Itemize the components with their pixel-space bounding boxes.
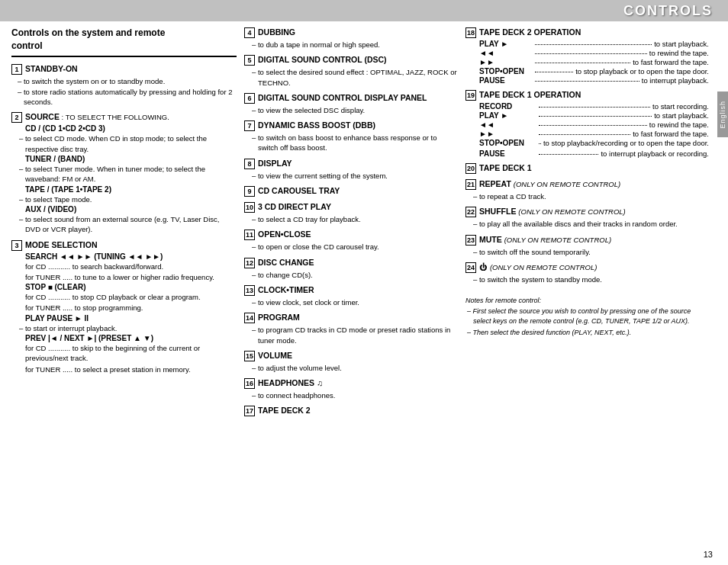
item-title-10: 3 CD DIRECT PLAY [258,202,331,211]
clock-desc: to view clock, set clock or timer. [244,297,458,307]
item-title-7: DYNAMIC BASS BOOST (DBB) [258,120,375,130]
item-num-4: 4 [244,27,255,38]
note-item-2: Then select the desired function (PLAY, … [465,328,709,338]
play-pause-title: PLAY PAUSE ► II [11,314,237,323]
item-clock: 13 CLOCK•TIMER to view clock, set clock … [244,284,458,307]
program-desc: to program CD tracks in CD mode or prese… [244,325,458,345]
td2-stop-label: STOP•OPEN [479,67,533,75]
item-num-6: 6 [244,93,255,104]
td1-rew-dots [539,125,647,126]
page-number: 13 [704,550,713,559]
td1-pause-label: PAUSE [479,149,536,158]
power-desc: to switch the system to standby mode. [465,274,709,284]
td1-stop-dots [539,143,541,144]
item-num-3: 3 [11,240,22,251]
item-title-3: MODE SELECTION [25,240,98,249]
notes-title: Notes for remote control: [465,297,709,304]
item-num-13: 13 [244,285,255,296]
item-num-16: 16 [244,378,255,389]
td2-ff-label: ►► [479,58,533,66]
display-desc: to view the current setting of the syste… [244,171,458,181]
search-title: SEARCH ◄◄ ►► (TUNING ◄◄ ►►) [11,252,237,261]
td2-play-label: PLAY ► [479,40,533,48]
item-headphones: 16 HEADPHONES ♫ to connect headphones. [244,377,458,400]
td2-rew-desc: to rewind the tape. [649,49,709,57]
item-carousel: 9 CD CAROUSEL TRAY [244,185,458,197]
dsc-display-desc: to view the selected DSC display. [244,105,458,115]
td2-play-dots [535,44,652,45]
item-num-15: 15 [244,351,255,361]
item-title-20: TAPE DECK 1 [479,163,532,172]
item-standby-on: 1 STANDBY-ON to switch the system on or … [11,63,237,108]
item-dsc: 5 DIGITAL SOUND CONTROL (DSC) to select … [244,54,458,88]
item-title-2: SOURCE : to select the following. [25,112,169,121]
source-aux-desc: to select sound from an external source … [11,214,237,235]
dbb-desc: to switch on bass boost to enhance bass … [244,133,458,153]
item-tape-deck1-op: 19 TAPE DECK 1 OPERATION RECORD to start… [465,89,709,158]
search-cd-desc: for CD ........... to search backward/fo… [11,262,237,271]
item-tape2: 17 TAPE DECK 2 [244,405,458,416]
main-content: Controls on the system and remote contro… [11,27,709,550]
item-dubbing: 4 DUBBING to dub a tape in normal or hig… [244,27,458,50]
mid-column: 4 DUBBING to dub a tape in normal or hig… [244,27,458,550]
section-title-line1: Controls on the system and remote [11,27,165,38]
item-num-5: 5 [244,55,255,66]
item-num-10: 10 [244,202,255,213]
repeat-desc: to repeat a CD track. [465,191,709,201]
page-wrapper: CONTROLS English Controls on the system … [0,0,728,565]
item-title-17: TAPE DECK 2 [258,406,311,415]
item-title-1: STANDBY-ON [25,64,78,73]
source-cd-desc: to select CD mode. When CD in stop mode;… [11,133,237,154]
stop-tuner-desc: for TUNER ..... to stop programming. [11,303,237,313]
td1-ff-dots [539,134,630,135]
td1-rew-desc: to rewind the tape. [649,120,709,129]
td1-ff-desc: to fast forward the tape. [633,130,709,138]
item-title-9: CD CAROUSEL TRAY [258,186,340,195]
item-mode: 3 MODE SELECTION SEARCH ◄◄ ►► (TUNING ◄◄… [11,239,237,374]
item-title-8: DISPLAY [258,159,292,168]
td2-ff-dots [535,63,630,63]
item-title-13: CLOCK•TIMER [258,285,314,294]
source-tape-desc: to select Tape mode. [11,194,237,204]
td1-stop-label: STOP•OPEN [479,139,536,147]
item-num-2: 2 [11,112,22,123]
item-title-18: TAPE DECK 2 OPERATION [479,27,581,37]
item-num-11: 11 [244,230,255,240]
td1-rec-dots [539,107,650,108]
item-mute: 23 MUTE (only on remote control) to swit… [465,234,709,257]
item-num-12: 12 [244,258,255,268]
header-bar: CONTROLS [0,0,728,21]
item-title-15: VOLUME [258,351,292,360]
item-num-24: 24 [465,262,476,273]
item-title-24: ⏻ (only on remote control) [479,262,597,271]
right-column: 18 TAPE DECK 2 OPERATION PLAY ► to start… [465,27,709,550]
td2-pause-dots [535,81,639,82]
source-tuner-desc: to select Tuner mode. When in tuner mode… [11,164,237,185]
item-shuffle: 22 SHUFFLE (only on remote control) to p… [465,206,709,229]
item-dsc-display: 6 DIGITAL SOUND CONTROL DISPLAY PANEL to… [244,92,458,115]
td2-play-desc: to start playback. [654,40,709,48]
item-title-21: REPEAT (only on remote control) [479,179,620,188]
item-program: 14 PROGRAM to program CD tracks in CD mo… [244,312,458,345]
notes-section: Notes for remote control: First select t… [465,297,709,338]
td2-ff-desc: to fast forward the tape. [633,58,709,66]
stop-title: STOP ■ (CLEAR) [11,283,237,291]
stop-cd-desc: for CD ........... to stop CD playback o… [11,292,237,302]
item-title-16: HEADPHONES ♫ [258,378,323,387]
standby-desc-2: to store radio stations automatically by… [11,87,237,108]
item-num-9: 9 [244,186,255,197]
td1-play-dots [539,116,652,117]
mute-desc: to switch off the sound temporarily. [465,247,709,257]
item-power: 24 ⏻ (only on remote control) to switch … [465,262,709,284]
item-num-14: 14 [244,313,255,323]
item-num-1: 1 [11,64,22,75]
side-tab-label: English [719,101,726,129]
search-tuner-desc: for TUNER ..... to tune to a lower or hi… [11,272,237,282]
disc-change-desc: to change CD(s). [244,270,458,280]
td1-stop-desc: to stop playback/recording or to open th… [543,139,709,147]
item-num-20: 20 [465,163,476,174]
item-num-7: 7 [244,120,255,131]
item-source: 2 SOURCE : to select the following. CD /… [11,111,237,234]
td1-rew-label: ◄◄ [479,120,536,129]
note-item-1: First select the source you wish to cont… [465,307,709,326]
